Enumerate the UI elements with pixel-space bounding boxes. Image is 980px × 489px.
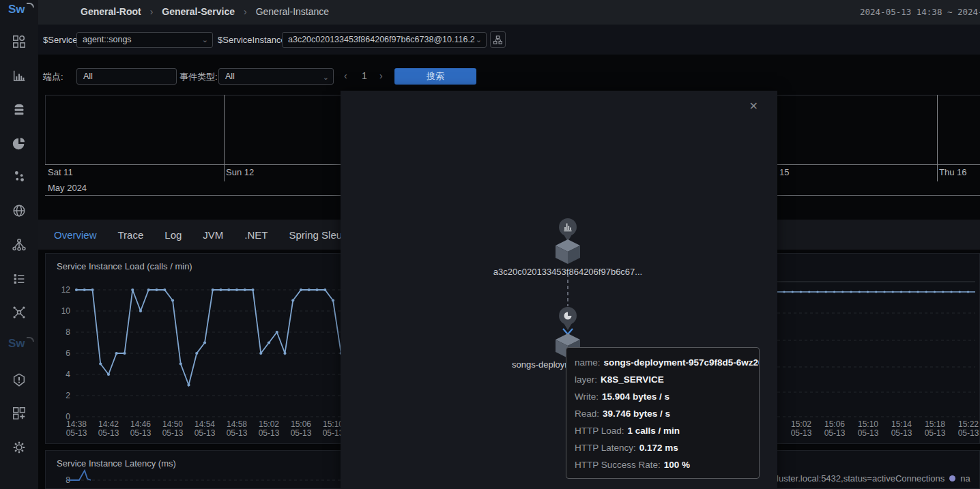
tooltip-row: layer:K8S_SERVICE [575, 371, 751, 388]
page-number[interactable]: 1 [362, 70, 367, 81]
bar-chart-icon[interactable] [12, 68, 27, 83]
next-page-arrow[interactable]: › [379, 70, 383, 81]
svg-text:15:22: 15:22 [958, 419, 979, 429]
svg-text:05-13: 05-13 [194, 428, 216, 438]
svg-text:15:18: 15:18 [925, 419, 945, 429]
svg-text:14:58: 14:58 [227, 419, 247, 429]
gear-icon[interactable] [12, 440, 27, 455]
layers-icon[interactable] [12, 102, 27, 117]
svg-text:15:14: 15:14 [891, 419, 912, 429]
tooltip-row: HTTP Load:1 calls / min [575, 422, 751, 439]
svg-text:15:10: 15:10 [858, 419, 878, 429]
logo-swoosh [27, 3, 34, 8]
tooltip-row: HTTP Latency:0.172 ms [575, 439, 751, 456]
breadcrumb-separator: › [150, 6, 154, 17]
svg-text:05-13: 05-13 [98, 428, 119, 438]
scatter-icon[interactable] [12, 169, 27, 184]
skywalking-instance-page: General-Root›General-Service›General-Ins… [0, 0, 980, 489]
timeline-month-label: May 2024 [48, 183, 87, 193]
svg-text:14:50: 14:50 [162, 419, 183, 429]
alarm-shield-icon[interactable] [12, 372, 27, 387]
service-instance-label: $ServiceInstance [218, 35, 286, 45]
timeline-tick-line [224, 95, 225, 181]
network-icon[interactable] [12, 305, 27, 320]
svg-text:14:38: 14:38 [66, 419, 87, 429]
sidebar: Sw Sw [0, 0, 38, 489]
event-type-label: 事件类型: [179, 71, 218, 83]
chart-legend: vc.cluster.local:5432,status=activeConne… [761, 473, 970, 484]
list-icon[interactable] [12, 271, 27, 286]
pie-chart-icon[interactable] [12, 136, 27, 151]
service-label: $Service [43, 35, 78, 45]
chevron-down-icon: ⌄ [202, 33, 208, 47]
svg-text:05-13: 05-13 [227, 428, 248, 438]
breadcrumb-item[interactable]: General-Service [162, 6, 235, 17]
endpoint-input[interactable]: All [76, 68, 177, 85]
tab--net[interactable]: .NET [244, 229, 268, 241]
instance-topology-button[interactable] [490, 31, 506, 48]
svg-text:05-13: 05-13 [925, 428, 946, 438]
breadcrumb: General-Root›General-Service›General-Ins… [81, 6, 329, 17]
svg-text:05-13: 05-13 [958, 428, 979, 438]
svg-text:15:02: 15:02 [259, 419, 279, 429]
svg-text:05-13: 05-13 [891, 428, 912, 438]
globe-icon[interactable] [12, 203, 27, 218]
sw-logo-faded[interactable]: Sw [8, 337, 33, 353]
instance-topology-dialog: ✕ a3c20c020133453f864206f97b6c67... song… [341, 91, 777, 489]
svg-text:05-13: 05-13 [791, 428, 812, 438]
dashboard-add-icon[interactable] [12, 406, 27, 421]
filter-bar: $Service agent::songs ⌄ $ServiceInstance… [38, 25, 980, 55]
search-button[interactable]: 搜索 [394, 68, 476, 85]
service-instance-select[interactable]: a3c20c020133453f864206f97b6c6738@10.116.… [282, 32, 487, 48]
dashboard-icon[interactable] [12, 34, 27, 49]
svg-text:2: 2 [66, 391, 70, 400]
topology-node-label: a3c20c020133453f864206f97b6c67... [465, 267, 670, 277]
time-range-picker[interactable]: 2024-05-13 14:38 ~ 2024-05 [860, 7, 980, 17]
timeline-tick-label: Sun 12 [226, 167, 254, 177]
svg-text:14:46: 14:46 [130, 419, 151, 429]
service-select[interactable]: agent::songs ⌄ [76, 32, 213, 48]
svg-text:05-13: 05-13 [130, 428, 152, 438]
topology-node-label: songs-deploym [512, 359, 572, 370]
svg-text:05-13: 05-13 [259, 428, 280, 438]
svg-text:12: 12 [61, 285, 71, 295]
skywalking-logo[interactable]: Sw [8, 3, 33, 19]
tab-overview[interactable]: Overview [54, 229, 97, 241]
timeline-tick-line [937, 95, 938, 181]
chevron-down-icon: ⌄ [476, 33, 482, 47]
svg-text:15:06: 15:06 [824, 419, 845, 429]
svg-text:15:02: 15:02 [791, 419, 811, 429]
svg-text:6: 6 [66, 349, 70, 358]
svg-text:8: 8 [66, 327, 70, 337]
org-chart-icon [493, 35, 503, 45]
timeline-tick-label: 15 [779, 167, 789, 177]
svg-text:15:06: 15:06 [291, 419, 311, 429]
tab-jvm[interactable]: JVM [203, 229, 223, 241]
endpoint-label: 端点: [43, 71, 63, 83]
svg-text:4: 4 [66, 370, 70, 379]
tab-log[interactable]: Log [164, 229, 182, 241]
event-type-select[interactable]: All ⌄ [218, 68, 334, 85]
svg-text:05-13: 05-13 [162, 428, 184, 438]
breadcrumb-item[interactable]: General-Instance [256, 6, 329, 17]
svg-text:10: 10 [61, 306, 71, 316]
chevron-down-icon: ⌄ [323, 69, 329, 85]
svg-text:14:54: 14:54 [194, 419, 215, 429]
tab-trace[interactable]: Trace [118, 229, 144, 241]
tooltip-row: name:songs-deployment-957c9f8d5-6wz26 [575, 354, 751, 371]
svg-text:05-13: 05-13 [291, 428, 312, 438]
breadcrumb-item[interactable]: General-Root [81, 6, 141, 17]
timeline-tick-label: Thu 16 [939, 167, 966, 177]
svg-text:05-13: 05-13 [858, 428, 879, 438]
prev-page-arrow[interactable]: ‹ [344, 70, 347, 81]
timeline-tick-label: Sat 11 [48, 167, 73, 177]
legend-series-name: vc.cluster.local:5432,status=activeConne… [761, 473, 945, 484]
breadcrumb-separator: › [244, 6, 247, 17]
legend-series-name-2: na [960, 473, 970, 484]
topology-icon[interactable] [12, 237, 27, 252]
timeline-left-border [45, 95, 46, 165]
tooltip-row: Write:15.904 bytes / s [575, 388, 751, 405]
legend-dot [949, 475, 955, 481]
node-tooltip: name:songs-deployment-957c9f8d5-6wz26lay… [566, 347, 760, 479]
svg-text:05-13: 05-13 [824, 428, 846, 438]
